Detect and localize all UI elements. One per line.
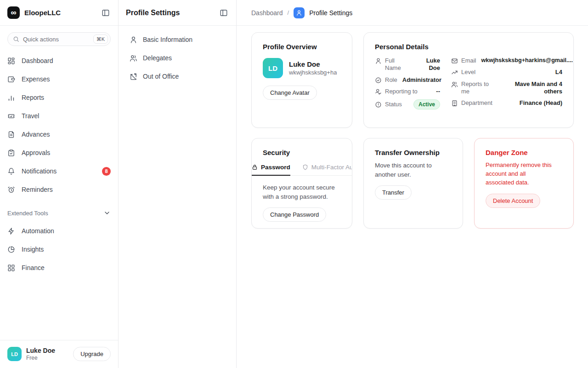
transfer-ownership-card: Transfer Ownership Move this account to … [363,138,463,229]
danger-description: Permanently remove this account and all … [486,161,554,187]
settings-nav: Basic Information Delegates Out of Offic… [119,26,236,90]
user-icon [296,10,302,16]
dashboard-icon [7,57,15,65]
sidebar-item-insights[interactable]: Insights [7,240,111,259]
card-title: Danger Zone [486,149,562,156]
tab-password[interactable]: Password [252,162,290,176]
sidebar-item-reminders[interactable]: Reminders [7,180,111,199]
personal-details-card: Personal Details Full Name Luke Doe Role… [363,32,574,128]
security-tabs: Password Multi-Factor Auth [252,162,352,176]
detail-row-level: Level L4 [451,69,562,76]
sidebar-item-travel[interactable]: Travel [7,107,111,125]
detail-label: Full Name [385,57,410,72]
detail-row-reports-to-me: Reports to me Mave Main and 4 others [451,80,562,96]
detail-value: Mave Main and 4 others [499,80,562,96]
user-plan: Free [26,355,55,362]
sidebar-item-label: Advances [22,131,50,138]
settings-item-delegates[interactable]: Delegates [124,49,231,67]
security-description: Keep your account secure with a strong p… [263,183,341,201]
danger-zone-card: Danger Zone Permanently remove this acco… [474,138,574,229]
sidebar-header: ∞ EloopeLLC [0,0,118,26]
sidebar-item-label: Automation [22,227,54,235]
sidebar-item-expenses[interactable]: Expenses [7,70,111,88]
calendar-off-icon [130,73,137,80]
settings-item-label: Delegates [143,54,172,62]
profile-overview-card: Profile Overview LD Luke Doe wkwjhsksksb… [251,32,352,128]
sidebar-item-notifications[interactable]: Notifications 8 [7,162,111,180]
delete-account-button[interactable]: Delete Account [486,194,540,208]
users-icon [130,54,137,62]
file-plus-minus-icon [7,131,15,138]
profile-email: wkwjhsksksbg+ha [289,69,337,76]
sidebar-item-label: Reminders [22,186,53,193]
personal-details-right-column: Email wkwjhsksksbg+harkins@gmail.... Lev… [451,57,562,109]
sidebar-item-finance[interactable]: Finance [7,259,111,277]
sidebar-item-advances[interactable]: Advances [7,125,111,144]
detail-value: wkwjhsksksbg+harkins@gmail.... [480,57,573,64]
sidebar-toggle-button[interactable] [101,8,111,18]
shield-icon [302,164,308,170]
settings-item-basic-information[interactable]: Basic Information [124,30,231,49]
settings-sidebar-toggle-button[interactable] [219,8,229,18]
breadcrumb-dashboard-link[interactable]: Dashboard [251,9,283,17]
detail-label: Status [385,101,402,108]
main-area: Dashboard / Profile Settings Profile Ove… [237,0,588,368]
detail-row-full-name: Full Name Luke Doe [375,57,440,72]
card-title: Personal Details [375,43,562,51]
sidebar-item-automation[interactable]: Automation [7,222,111,240]
extended-tools-section-toggle[interactable]: Extended Tools [7,204,111,222]
card-title: Security [252,149,352,156]
change-password-button[interactable]: Change Password [263,207,326,222]
detail-label: Email [461,57,476,64]
alert-circle-icon [375,101,382,108]
clipboard-check-icon [7,149,15,157]
tab-multi-factor-auth[interactable]: Multi-Factor Auth [302,162,352,176]
user-meta: Luke Doe Free [26,347,55,362]
search-icon [13,36,19,42]
settings-item-out-of-office[interactable]: Out of Office [124,67,231,86]
settings-title: Profile Settings [126,9,180,17]
user-avatar: LD [7,347,22,361]
app-logo-infinity-icon: ∞ [7,6,20,19]
ticket-icon [7,112,15,120]
sidebar-item-label: Reports [22,94,44,101]
settings-item-label: Out of Office [143,73,179,80]
users-icon [451,81,458,88]
personal-details-left-column: Full Name Luke Doe Role Administrator Re… [375,57,440,109]
transfer-button[interactable]: Transfer [375,185,412,200]
detail-label: Role [385,76,397,84]
app-name: EloopeLLC [24,9,96,17]
sidebar-item-dashboard[interactable]: Dashboard [7,52,111,70]
profile-identity: Luke Doe wkwjhsksksbg+ha [289,60,337,76]
grid-icon [7,264,15,272]
tab-label: Multi-Factor Auth [311,164,352,171]
user-check-icon [375,88,382,95]
security-tab-panel: Keep your account secure with a strong p… [252,176,352,222]
bar-chart-icon [7,94,15,102]
wallet-icon [7,75,15,83]
detail-value: -- [434,88,440,95]
profile-settings-chip [294,7,305,18]
detail-value: L4 [554,69,562,76]
pie-chart-icon [7,246,15,253]
sidebar-item-label: Insights [22,246,44,253]
profile-row: LD Luke Doe wkwjhsksksbg+ha [263,58,341,78]
sidebar-item-label: Dashboard [22,57,53,64]
mail-icon [451,58,458,64]
change-avatar-button[interactable]: Change Avatar [263,86,317,100]
sidebar-item-label: Finance [22,264,45,271]
quick-actions-search[interactable]: Quick actions ⌘K [7,32,111,46]
badge-check-icon [375,77,382,84]
detail-label: Reporting to [385,88,418,95]
sidebar-item-reports[interactable]: Reports [7,88,111,107]
detail-value: Administrator [401,76,441,84]
chevron-down-icon [103,209,111,217]
detail-label: Department [461,99,492,107]
sidebar-item-approvals[interactable]: Approvals [7,144,111,162]
profile-name: Luke Doe [289,60,337,68]
transfer-description: Move this account to another user. [375,161,452,179]
profile-settings-content: Profile Overview LD Luke Doe wkwjhsksksb… [237,26,588,235]
tab-label: Password [261,164,290,171]
sidebar-item-label: Notifications [22,167,57,175]
upgrade-button[interactable]: Upgrade [73,347,111,361]
